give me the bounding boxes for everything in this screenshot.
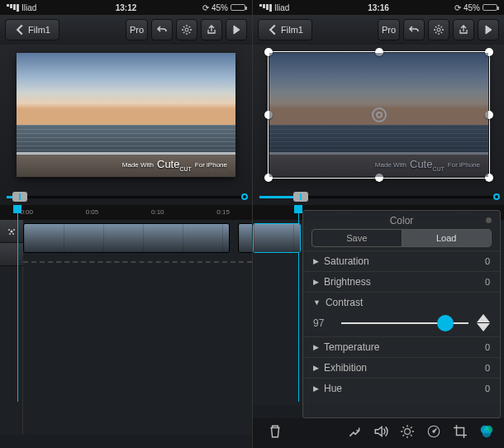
param-brightness[interactable]: ▶Brightness0 — [303, 271, 500, 292]
scrub-knob[interactable] — [12, 192, 27, 202]
preview-selected[interactable]: Made WithCuteCUTFor iPhone — [269, 53, 488, 177]
caret-right-icon: ▶ — [313, 364, 319, 372]
battery-pct: 45% — [464, 3, 480, 12]
clip-2[interactable] — [238, 223, 252, 253]
settings-button[interactable] — [428, 19, 449, 41]
top-toolbar: Film1 Pro — [0, 15, 252, 45]
battery-icon — [483, 4, 497, 11]
clip-1[interactable] — [23, 223, 230, 253]
handle-tr[interactable] — [485, 48, 493, 56]
handle-bm[interactable] — [375, 174, 383, 182]
carrier: Iliad — [21, 3, 36, 12]
save-load-segment: Save Load — [311, 229, 492, 247]
save-button[interactable]: Save — [312, 230, 402, 246]
svg-point-2 — [11, 230, 13, 232]
handle-ml[interactable] — [264, 111, 273, 119]
signal-icon — [259, 4, 272, 12]
speed-button[interactable] — [426, 424, 441, 442]
crop-button[interactable] — [453, 424, 468, 442]
svg-point-4 — [13, 229, 15, 231]
caret-right-icon: ▶ — [313, 384, 319, 393]
param-temperature[interactable]: ▶Temperature0 — [303, 336, 500, 357]
time-ruler[interactable]: 0:00 0:05 0:10 0:15 — [0, 205, 252, 220]
add-track-button[interactable] — [0, 243, 23, 266]
top-toolbar: Film1 Pro — [253, 15, 504, 45]
play-button[interactable] — [478, 19, 499, 41]
reload-icon: ⟳ — [454, 3, 461, 12]
handle-mr[interactable] — [485, 111, 493, 119]
color-button[interactable] — [479, 424, 494, 442]
pro-button[interactable]: Pro — [126, 19, 148, 41]
param-contrast[interactable]: ▼Contrast — [303, 292, 500, 312]
svg-point-3 — [8, 229, 10, 231]
preview[interactable]: Made WithCuteCUTFor iPhone — [17, 53, 235, 177]
undo-button[interactable] — [151, 19, 173, 41]
preview-area: Made WithCuteCUTFor iPhone — [253, 45, 504, 188]
volume-button[interactable] — [373, 424, 388, 442]
clock: 13:16 — [368, 3, 389, 12]
param-hue[interactable]: ▶Hue0 — [303, 378, 500, 398]
handle-tl[interactable] — [264, 48, 273, 56]
preview-area: Made WithCuteCUTFor iPhone — [0, 45, 252, 188]
caret-right-icon: ▶ — [313, 343, 319, 351]
back-button[interactable]: Film1 — [5, 19, 59, 41]
caret-right-icon: ▶ — [313, 278, 319, 286]
status-bar: Iliad 13:16 ⟳45% — [253, 0, 504, 15]
scrubber[interactable] — [0, 188, 252, 205]
status-bar: Iliad 13:12 ⟳45% — [0, 0, 252, 15]
scrubber[interactable] — [253, 188, 504, 205]
signal-icon — [7, 4, 19, 12]
handle-tm[interactable] — [375, 48, 383, 56]
clip-selected[interactable] — [253, 223, 301, 253]
panel-title: Color — [303, 211, 500, 229]
share-button[interactable] — [201, 19, 222, 41]
contrast-stepper — [477, 314, 490, 331]
screen-left: Iliad 13:12 ⟳45% Film1 Pro Made WithCute… — [0, 0, 252, 448]
step-up[interactable] — [477, 314, 490, 322]
svg-point-5 — [9, 233, 11, 235]
watermark: Made WithCuteCUTFor iPhone — [122, 158, 227, 172]
caret-down-icon: ▼ — [313, 298, 321, 307]
handle-bl[interactable] — [264, 174, 273, 182]
slider-knob[interactable] — [437, 315, 454, 331]
contrast-value: 97 — [313, 317, 333, 329]
play-button[interactable] — [226, 19, 247, 41]
delete-button[interactable] — [268, 424, 283, 442]
watermark: Made WithCuteCUTFor iPhone — [375, 158, 480, 172]
close-dot[interactable] — [486, 217, 492, 223]
handle-br[interactable] — [485, 174, 493, 182]
svg-point-7 — [437, 28, 440, 31]
adjust-button[interactable] — [347, 424, 362, 442]
battery-pct: 45% — [212, 3, 228, 12]
track-area[interactable] — [23, 220, 252, 435]
settings-button[interactable] — [176, 19, 197, 41]
brightness-button[interactable] — [400, 424, 415, 442]
scrub-end[interactable] — [493, 193, 500, 200]
battery-icon — [231, 4, 245, 11]
svg-point-0 — [185, 28, 188, 31]
svg-point-6 — [12, 233, 14, 235]
scrub-knob[interactable] — [293, 192, 308, 202]
scrub-end[interactable] — [241, 193, 248, 200]
back-button[interactable]: Film1 — [258, 19, 312, 41]
step-down[interactable] — [477, 323, 490, 331]
pro-button[interactable]: Pro — [378, 19, 400, 41]
share-button[interactable] — [453, 19, 474, 41]
carrier: Iliad — [274, 3, 289, 12]
load-button[interactable]: Load — [402, 230, 492, 246]
reload-icon: ⟳ — [202, 3, 209, 12]
timeline — [0, 220, 252, 435]
screen-right: Iliad 13:16 ⟳45% Film1 Pro Made WithCute… — [252, 0, 504, 448]
svg-point-13 — [483, 430, 491, 437]
contrast-slider-row: 97 — [303, 312, 500, 336]
media-browser-button[interactable] — [0, 220, 23, 243]
contrast-slider[interactable] — [341, 322, 468, 324]
color-panel: Color Save Load ▶Saturation0 ▶Brightness… — [302, 210, 501, 418]
param-exhibition[interactable]: ▶Exhibition0 — [303, 357, 500, 378]
caret-right-icon: ▶ — [313, 257, 319, 265]
svg-point-10 — [433, 431, 435, 432]
param-saturation[interactable]: ▶Saturation0 — [303, 250, 500, 271]
undo-button[interactable] — [403, 19, 425, 41]
pivot-icon[interactable] — [372, 107, 387, 122]
svg-point-8 — [405, 429, 411, 435]
